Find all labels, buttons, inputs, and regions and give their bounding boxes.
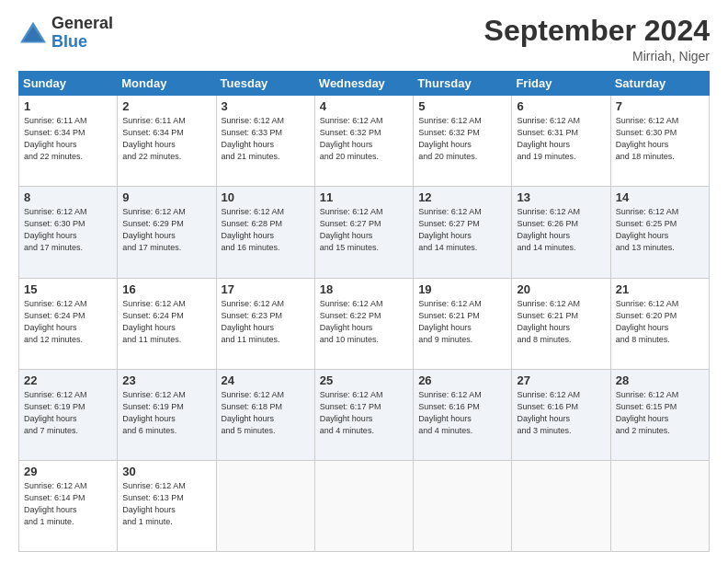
table-row: 27Sunrise: 6:12 AMSunset: 6:16 PMDayligh… — [512, 369, 610, 460]
table-row: 5Sunrise: 6:12 AMSunset: 6:32 PMDaylight… — [414, 96, 512, 187]
col-monday: Monday — [118, 72, 216, 96]
table-row: 29Sunrise: 6:12 AMSunset: 6:14 PMDayligh… — [19, 460, 118, 551]
calendar-week-row: 22Sunrise: 6:12 AMSunset: 6:19 PMDayligh… — [19, 369, 710, 460]
day-info: Sunrise: 6:12 AMSunset: 6:30 PMDaylight … — [24, 207, 87, 252]
table-row: 10Sunrise: 6:12 AMSunset: 6:28 PMDayligh… — [216, 187, 314, 278]
table-row: 1Sunrise: 6:11 AMSunset: 6:34 PMDaylight… — [19, 96, 118, 187]
day-number: 7 — [616, 99, 704, 113]
table-row: 20Sunrise: 6:12 AMSunset: 6:21 PMDayligh… — [512, 278, 610, 369]
table-row: 18Sunrise: 6:12 AMSunset: 6:22 PMDayligh… — [314, 278, 413, 369]
day-info: Sunrise: 6:12 AMSunset: 6:31 PMDaylight … — [517, 116, 580, 161]
table-row: 7Sunrise: 6:12 AMSunset: 6:30 PMDaylight… — [610, 96, 709, 187]
calendar-week-row: 29Sunrise: 6:12 AMSunset: 6:14 PMDayligh… — [19, 460, 710, 551]
table-row: 25Sunrise: 6:12 AMSunset: 6:17 PMDayligh… — [314, 369, 413, 460]
table-row: 8Sunrise: 6:12 AMSunset: 6:30 PMDaylight… — [19, 187, 118, 278]
day-info: Sunrise: 6:12 AMSunset: 6:18 PMDaylight … — [222, 390, 285, 435]
day-info: Sunrise: 6:12 AMSunset: 6:30 PMDaylight … — [616, 116, 679, 161]
day-number: 20 — [517, 282, 605, 296]
day-info: Sunrise: 6:12 AMSunset: 6:24 PMDaylight … — [122, 299, 186, 344]
table-row: 12Sunrise: 6:12 AMSunset: 6:27 PMDayligh… — [414, 187, 512, 278]
calendar-week-row: 15Sunrise: 6:12 AMSunset: 6:24 PMDayligh… — [19, 278, 710, 369]
day-number: 29 — [24, 465, 112, 478]
day-number: 2 — [122, 99, 210, 113]
day-info: Sunrise: 6:12 AMSunset: 6:19 PMDaylight … — [122, 390, 186, 435]
day-info: Sunrise: 6:12 AMSunset: 6:13 PMDaylight … — [122, 481, 186, 526]
calendar-page: General Blue September 2024 Mirriah, Nig… — [0, 0, 728, 563]
day-info: Sunrise: 6:12 AMSunset: 6:22 PMDaylight … — [320, 299, 383, 344]
day-number: 1 — [24, 99, 112, 113]
day-info: Sunrise: 6:11 AMSunset: 6:34 PMDaylight … — [24, 116, 87, 161]
table-row: 9Sunrise: 6:12 AMSunset: 6:29 PMDaylight… — [118, 187, 216, 278]
table-row: 17Sunrise: 6:12 AMSunset: 6:23 PMDayligh… — [216, 278, 314, 369]
table-row: 4Sunrise: 6:12 AMSunset: 6:32 PMDaylight… — [314, 96, 413, 187]
table-row: 30Sunrise: 6:12 AMSunset: 6:13 PMDayligh… — [118, 460, 216, 551]
day-number: 12 — [418, 190, 506, 204]
table-row: 28Sunrise: 6:12 AMSunset: 6:15 PMDayligh… — [610, 369, 709, 460]
day-number: 22 — [24, 373, 112, 387]
day-number: 10 — [222, 190, 310, 204]
table-row: 6Sunrise: 6:12 AMSunset: 6:31 PMDaylight… — [512, 96, 610, 187]
day-info: Sunrise: 6:12 AMSunset: 6:17 PMDaylight … — [320, 390, 383, 435]
table-row: 23Sunrise: 6:12 AMSunset: 6:19 PMDayligh… — [118, 369, 216, 460]
table-row: 13Sunrise: 6:12 AMSunset: 6:26 PMDayligh… — [512, 187, 610, 278]
day-number: 5 — [418, 99, 506, 113]
day-info: Sunrise: 6:12 AMSunset: 6:27 PMDaylight … — [418, 207, 482, 252]
col-thursday: Thursday — [414, 72, 512, 96]
table-row: 19Sunrise: 6:12 AMSunset: 6:21 PMDayligh… — [414, 278, 512, 369]
day-number: 17 — [222, 282, 310, 296]
day-info: Sunrise: 6:12 AMSunset: 6:25 PMDaylight … — [616, 207, 679, 252]
day-number: 25 — [320, 373, 408, 387]
day-number: 4 — [320, 99, 408, 113]
day-info: Sunrise: 6:12 AMSunset: 6:16 PMDaylight … — [517, 390, 580, 435]
col-saturday: Saturday — [610, 72, 709, 96]
col-sunday: Sunday — [19, 72, 118, 96]
day-number: 26 — [418, 373, 506, 387]
logo-general-text: General — [51, 14, 113, 32]
table-row — [610, 460, 709, 551]
logo: General Blue — [18, 15, 113, 52]
table-row: 14Sunrise: 6:12 AMSunset: 6:25 PMDayligh… — [610, 187, 709, 278]
day-number: 23 — [122, 373, 210, 387]
day-info: Sunrise: 6:12 AMSunset: 6:24 PMDaylight … — [24, 299, 87, 344]
calendar-header-row: Sunday Monday Tuesday Wednesday Thursday… — [19, 72, 710, 96]
header: General Blue September 2024 Mirriah, Nig… — [18, 15, 710, 63]
day-info: Sunrise: 6:12 AMSunset: 6:32 PMDaylight … — [418, 116, 482, 161]
month-title: September 2024 — [484, 15, 710, 47]
day-number: 19 — [418, 282, 506, 296]
day-number: 18 — [320, 282, 408, 296]
table-row — [414, 460, 512, 551]
table-row: 15Sunrise: 6:12 AMSunset: 6:24 PMDayligh… — [19, 278, 118, 369]
table-row: 16Sunrise: 6:12 AMSunset: 6:24 PMDayligh… — [118, 278, 216, 369]
day-info: Sunrise: 6:12 AMSunset: 6:14 PMDaylight … — [24, 481, 87, 526]
location: Mirriah, Niger — [484, 49, 710, 63]
table-row — [314, 460, 413, 551]
day-number: 14 — [616, 190, 704, 204]
day-info: Sunrise: 6:12 AMSunset: 6:29 PMDaylight … — [122, 207, 186, 252]
table-row: 26Sunrise: 6:12 AMSunset: 6:16 PMDayligh… — [414, 369, 512, 460]
day-number: 21 — [616, 282, 704, 296]
day-info: Sunrise: 6:12 AMSunset: 6:28 PMDaylight … — [222, 207, 285, 252]
day-number: 8 — [24, 190, 112, 204]
day-number: 15 — [24, 282, 112, 296]
day-info: Sunrise: 6:12 AMSunset: 6:15 PMDaylight … — [616, 390, 679, 435]
calendar-week-row: 8Sunrise: 6:12 AMSunset: 6:30 PMDaylight… — [19, 187, 710, 278]
day-number: 30 — [122, 465, 210, 478]
day-number: 9 — [122, 190, 210, 204]
day-number: 6 — [517, 99, 605, 113]
table-row: 22Sunrise: 6:12 AMSunset: 6:19 PMDayligh… — [19, 369, 118, 460]
col-tuesday: Tuesday — [216, 72, 314, 96]
day-info: Sunrise: 6:12 AMSunset: 6:23 PMDaylight … — [222, 299, 285, 344]
day-info: Sunrise: 6:12 AMSunset: 6:32 PMDaylight … — [320, 116, 383, 161]
day-info: Sunrise: 6:12 AMSunset: 6:21 PMDaylight … — [517, 299, 580, 344]
day-number: 27 — [517, 373, 605, 387]
day-info: Sunrise: 6:12 AMSunset: 6:33 PMDaylight … — [222, 116, 285, 161]
logo-icon — [18, 20, 48, 46]
table-row: 21Sunrise: 6:12 AMSunset: 6:20 PMDayligh… — [610, 278, 709, 369]
table-row: 3Sunrise: 6:12 AMSunset: 6:33 PMDaylight… — [216, 96, 314, 187]
table-row: 24Sunrise: 6:12 AMSunset: 6:18 PMDayligh… — [216, 369, 314, 460]
title-block: September 2024 Mirriah, Niger — [484, 15, 710, 63]
day-info: Sunrise: 6:11 AMSunset: 6:34 PMDaylight … — [122, 116, 186, 161]
calendar-week-row: 1Sunrise: 6:11 AMSunset: 6:34 PMDaylight… — [19, 96, 710, 187]
day-number: 28 — [616, 373, 704, 387]
table-row — [512, 460, 610, 551]
